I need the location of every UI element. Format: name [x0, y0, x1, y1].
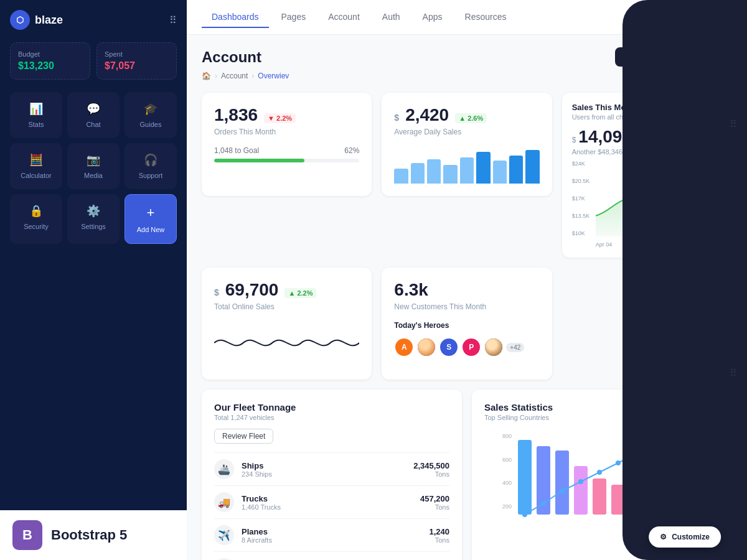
customize-icon: ⚙ — [660, 533, 667, 541]
sidebar-item-chat[interactable]: 💬 Chat — [67, 92, 120, 138]
sales-prefix: $ — [572, 136, 576, 144]
breadcrumb-home-icon[interactable]: 🏠 — [202, 72, 211, 80]
bar-4 — [443, 165, 457, 184]
new-customers-label: New Customers This Month — [394, 302, 539, 311]
sidebar-item-media[interactable]: 📷 Media — [67, 143, 120, 189]
hero-1: A — [394, 337, 414, 357]
progress-bar — [214, 159, 359, 162]
planes-value: 1,240 Tons — [429, 527, 449, 544]
sidebar-item-settings[interactable]: ⚙️ Settings — [67, 194, 120, 244]
right-panel: ⠿ ⠿ ⚙ Customize — [622, 0, 747, 560]
svg-point-17 — [522, 512, 527, 517]
budget-row: Budget $13,230 Spent $7,057 — [10, 42, 177, 80]
trucks-icon: 🚚 — [214, 492, 234, 512]
fleet-subtitle: Total 1,247 vehicles — [214, 414, 449, 421]
fleet-row-trucks: 🚚 Trucks 1,460 Trucks 457,200 Tons — [214, 485, 449, 518]
breadcrumb-current: Overwiev — [258, 72, 289, 80]
svg-rect-14 — [593, 478, 606, 515]
hero-2 — [416, 337, 436, 357]
planes-sub: 8 Aircrafts — [242, 536, 429, 544]
spent-value: $7,057 — [105, 60, 169, 72]
spent-card: Spent $7,057 — [96, 42, 177, 80]
settings-icon: ⚙️ — [87, 204, 100, 218]
svg-text:400: 400 — [502, 480, 512, 486]
review-fleet-button[interactable]: Review Fleet — [214, 429, 273, 444]
tab-account[interactable]: Account — [318, 7, 370, 28]
avg-sales-card: $ 2,420 ▲ 2.6% Average Daily Sales — [382, 93, 552, 196]
tab-pages[interactable]: Pages — [271, 7, 316, 28]
fleet-row-planes: ✈️ Planes 8 Aircrafts 1,240 Tons — [214, 518, 449, 551]
y-label-4: $13.5K — [572, 213, 596, 219]
svg-point-22 — [616, 460, 621, 465]
guides-icon: 🎓 — [144, 102, 157, 116]
budget-value: $13,230 — [18, 60, 82, 72]
hero-3: S — [439, 337, 459, 357]
avg-sales-value: 2,420 — [405, 105, 449, 125]
ships-value: 2,345,500 Tons — [413, 461, 449, 478]
sidebar-item-guides[interactable]: 🎓 Guides — [125, 92, 177, 138]
sidebar-item-security[interactable]: 🔒 Security — [10, 194, 62, 244]
customize-button[interactable]: ⚙ Customize — [649, 526, 721, 548]
logo-icon: ⬡ — [10, 10, 30, 30]
bar-3 — [427, 159, 441, 184]
budget-label: Budget — [18, 50, 82, 58]
bar-7 — [493, 161, 507, 184]
tab-apps[interactable]: Apps — [413, 7, 453, 28]
nav-tabs: Dashboards Pages Account Auth Apps Resou… — [202, 7, 516, 28]
sidebar-item-stats[interactable]: 📊 Stats — [10, 92, 62, 138]
chat-label: Chat — [86, 121, 100, 128]
bootstrap-label: Bootstrap 5 — [51, 527, 127, 543]
wavy-chart — [214, 321, 359, 365]
planes-name: Planes — [242, 527, 429, 536]
hero-4: P — [461, 337, 481, 357]
stats-icon: 📊 — [29, 102, 43, 116]
fleet-card: Our Fleet Tonnage Total 1,247 vehicles R… — [202, 390, 462, 560]
support-label: Support — [139, 172, 163, 179]
fleet-row-ships: 🚢 Ships 234 Ships 2,345,500 Tons — [214, 452, 449, 485]
sidebar-item-calculator[interactable]: 🧮 Calculator — [10, 143, 62, 189]
support-icon: 🎧 — [144, 153, 157, 167]
online-sales-card: $ 69,700 ▲ 2.2% Total Online Sales — [202, 268, 372, 380]
tab-resources[interactable]: Resources — [455, 7, 517, 28]
progress-fill — [214, 159, 304, 162]
x-label-1: Apr 04 — [596, 241, 613, 248]
page-title: Account — [202, 49, 261, 66]
mini-bar-chart — [394, 146, 539, 184]
orders-label: Orders This Month — [214, 128, 359, 136]
stats-label: Stats — [28, 121, 44, 128]
svg-point-19 — [560, 488, 565, 493]
svg-text:600: 600 — [502, 457, 512, 463]
panel-dots-2: ⠿ — [730, 367, 737, 379]
calculator-icon: 🧮 — [29, 153, 43, 167]
bar-8 — [509, 156, 523, 184]
bar-1 — [394, 169, 408, 184]
svg-rect-10 — [518, 440, 532, 515]
svg-text:200: 200 — [502, 503, 512, 510]
y-label-5: $10K — [572, 230, 596, 236]
breadcrumb-account[interactable]: Account — [221, 72, 248, 80]
sidebar-item-support[interactable]: 🎧 Support — [125, 143, 177, 189]
bar-6 — [476, 152, 490, 184]
avg-sales-label: Average Daily Sales — [394, 128, 539, 136]
bootstrap-badge: B Bootstrap 5 — [0, 510, 187, 560]
orders-card: 1,836 ▼ 2.2% Orders This Month 1,048 to … — [202, 93, 372, 196]
heroes-title: Today's Heroes — [394, 321, 539, 330]
ships-sub: 234 Ships — [242, 470, 413, 478]
add-new-label: Add New — [137, 226, 165, 233]
tab-auth[interactable]: Auth — [372, 7, 410, 28]
online-sales-label: Total Online Sales — [214, 302, 359, 311]
guides-label: Guides — [140, 121, 162, 128]
new-customers-value: 6.3k — [394, 280, 428, 300]
goal-label: 1,048 to Goal — [214, 146, 259, 155]
sidebar-item-add-new[interactable]: + Add New — [125, 194, 177, 244]
menu-icon[interactable]: ⠿ — [169, 14, 177, 26]
heroes-row: A S P +42 — [394, 337, 539, 357]
media-icon: 📷 — [87, 153, 100, 167]
settings-label: Settings — [81, 223, 106, 230]
tab-dashboards[interactable]: Dashboards — [202, 7, 269, 28]
security-icon: 🔒 — [29, 204, 43, 218]
fleet-title: Our Fleet Tonnage — [214, 402, 449, 413]
spent-label: Spent — [105, 50, 169, 58]
bar-9 — [525, 150, 539, 184]
y-label-2: $20.5K — [572, 178, 596, 184]
